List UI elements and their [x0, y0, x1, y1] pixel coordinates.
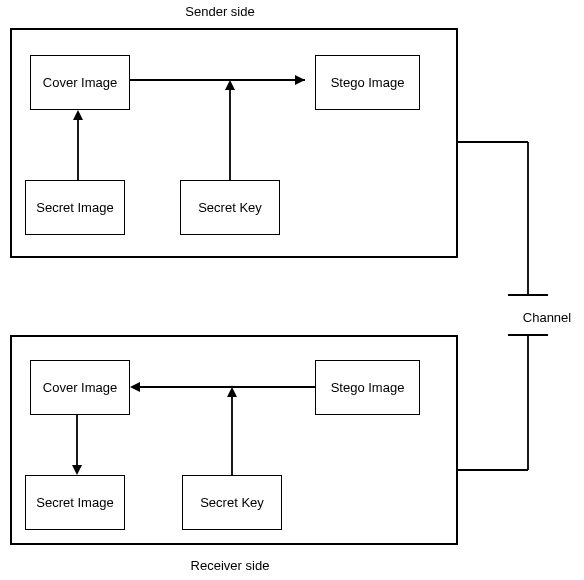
- sender-side-title: Sender side: [160, 4, 280, 19]
- sender-secret-image-box: Secret Image: [25, 180, 125, 235]
- receiver-side-title: Receiver side: [170, 558, 290, 573]
- arrow-secret-image-to-cover: [68, 110, 88, 180]
- receiver-cover-image-box: Cover Image: [30, 360, 130, 415]
- svg-marker-15: [72, 465, 82, 475]
- svg-marker-17: [227, 387, 237, 397]
- svg-marker-3: [73, 110, 83, 120]
- sender-secret-key-box: Secret Key: [180, 180, 280, 235]
- receiver-secret-key-box: Secret Key: [182, 475, 282, 530]
- arrow-secret-key-to-flow: [220, 80, 240, 180]
- diagram-canvas: Sender side Cover Image Stego Image Secr…: [0, 0, 584, 580]
- arrow-secret-key-to-flow-receiver: [222, 387, 242, 475]
- arrow-cover-to-secret-image: [67, 415, 87, 475]
- sender-cover-image-box: Cover Image: [30, 55, 130, 110]
- svg-marker-13: [130, 382, 140, 392]
- receiver-stego-image-box: Stego Image: [315, 360, 420, 415]
- channel-connector: [458, 140, 558, 500]
- svg-marker-5: [225, 80, 235, 90]
- receiver-secret-image-box: Secret Image: [25, 475, 125, 530]
- sender-stego-image-box: Stego Image: [315, 55, 420, 110]
- svg-marker-1: [295, 75, 305, 85]
